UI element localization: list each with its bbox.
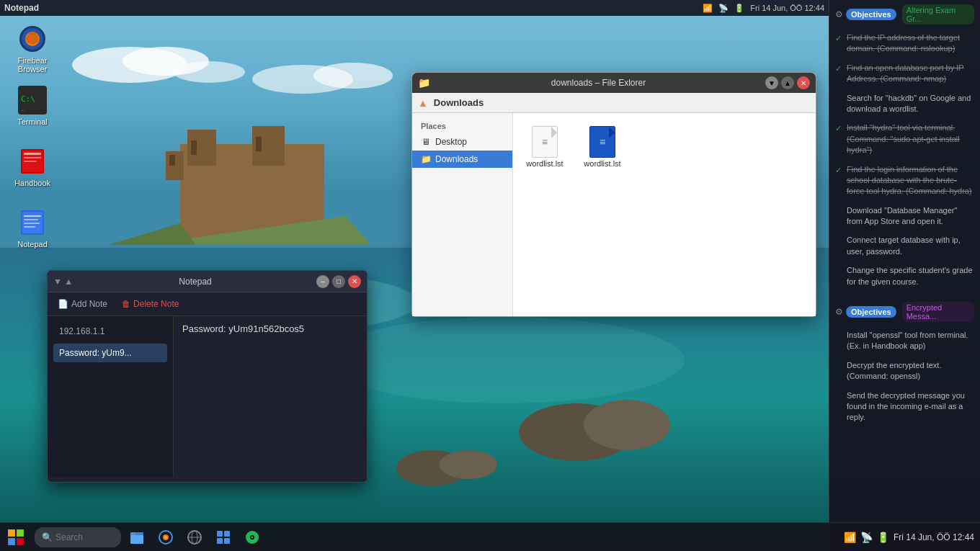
obj-section1-badge: Objectives	[846, 9, 896, 20]
note-item-1[interactable]: 192.168.1.1	[53, 322, 167, 341]
fe-minimize-button[interactable]: ▼	[765, 76, 778, 89]
terminal-label: Terminal	[17, 117, 48, 126]
fe-main: wordlist.lst wordlist.lst	[513, 113, 816, 316]
obj-item-3: Search for "hackdb" on Google and downlo…	[829, 89, 980, 120]
notepad-close-button[interactable]: ✕	[348, 275, 361, 288]
obj-item-11: Send the decrypted message you found in …	[829, 387, 980, 428]
svg-point-60	[251, 536, 254, 538]
file-explorer-title: downloads – File Exlorer	[435, 78, 762, 88]
notepad-main[interactable]: Password: yUm91n562bcos5	[174, 316, 367, 477]
check-icon-1: ✓	[835, 33, 842, 44]
notepad-maximize-button[interactable]: □	[332, 275, 345, 288]
battery-icon: 🔋	[734, 4, 744, 13]
wordlist2-name: wordlist.lst	[584, 159, 620, 168]
obj-item-2: ✓ Find an open database port by IP Addre…	[829, 59, 980, 89]
taskbar-files-icon[interactable]	[124, 524, 150, 550]
svg-rect-47	[136, 532, 143, 535]
obj-section1-header: ⚙ Objectives Altering Exam Gr...	[829, 0, 980, 29]
svg-rect-39	[24, 223, 40, 224]
notepad-window: ▼ ▲ Notepad – □ ✕ 📄 Add Note 🗑 Delete No…	[47, 270, 368, 483]
objectives-section-altering: ⚙ Objectives Altering Exam Gr... ✓ Find …	[829, 0, 980, 292]
search-input[interactable]	[55, 532, 120, 542]
svg-rect-44	[17, 538, 24, 545]
downloads-folder-icon: 📁	[421, 154, 431, 164]
obj-item-1: ✓ Find the IP address of the target doma…	[829, 29, 980, 59]
svg-rect-32	[24, 153, 41, 155]
file-explorer-window: 📁 downloads – File Exlorer ▼ ▲ ✕ ▲ Downl…	[411, 72, 816, 317]
check-icon-5: ✓	[835, 165, 842, 176]
taskbar-network-icon: 📶	[844, 532, 856, 543]
obj-item-10: Decrypt the encrypted text. (Command: op…	[829, 357, 980, 387]
obj-item-4: ✓ Install "hydra" tool via terminal. (Co…	[829, 119, 980, 160]
notepad-app-label: Notepad	[17, 240, 48, 248]
wordlist1-icon	[530, 125, 559, 159]
svg-point-3	[173, 61, 245, 83]
taskbar-globe-icon[interactable]	[182, 524, 208, 550]
objectives-panel: ⚙ Objectives Altering Exam Gr... ✓ Find …	[829, 0, 980, 551]
svg-point-5	[313, 63, 393, 89]
topbar-right: 📶 📡 🔋 Fri 14 Jun, ÖÖ 12:44	[703, 4, 824, 13]
obj-section2-settings-icon: ⚙	[835, 307, 843, 317]
svg-rect-55	[224, 531, 230, 537]
desktop-icon-notepad[interactable]: Notepad	[7, 205, 58, 251]
notepad-icon	[18, 208, 47, 237]
obj-section2-badge: Objectives	[846, 306, 896, 318]
wordlist1-name: wordlist.lst	[526, 159, 563, 168]
svg-rect-10	[191, 140, 197, 155]
taskbar-search[interactable]: 🔍	[35, 527, 121, 547]
desktop-icon-firebear[interactable]: Firebear Browser	[7, 22, 58, 76]
notepad-titlebar: ▼ ▲ Notepad – □ ✕	[48, 271, 367, 292]
obj-item-9: Install "openssl" tool from terminal. (E…	[829, 326, 980, 357]
notepad-sidebar: 192.168.1.1 Password: yUm9...	[48, 316, 174, 477]
file-explorer-nav: ▲ Downloads	[412, 93, 816, 113]
fe-place-downloads[interactable]: 📁 Downloads	[412, 151, 512, 168]
fe-places-label: Places	[412, 119, 512, 133]
taskbar-browser-icon[interactable]	[153, 524, 179, 550]
fe-sidebar: Places 🖥 Desktop 📁 Downloads	[412, 113, 513, 316]
datetime: Fri 14 Jun, ÖÖ 12:44	[750, 4, 824, 12]
obj-section2-header: ⚙ Objectives Encrypted Messa...	[829, 297, 980, 326]
svg-rect-12	[169, 155, 175, 166]
svg-rect-40	[24, 226, 35, 228]
handbook-label: Handbook	[14, 179, 50, 187]
svg-rect-33	[24, 157, 41, 158]
fe-place-desktop[interactable]: 🖥 Desktop	[412, 133, 512, 151]
desktop-icon-terminal[interactable]: C:\ _ Terminal	[7, 83, 58, 129]
svg-point-50	[164, 536, 167, 539]
wifi-icon: 📡	[718, 4, 729, 13]
file-item-wordlist1[interactable]: wordlist.lst	[522, 122, 568, 171]
terminal-icon: C:\ _	[18, 86, 47, 115]
file-explorer-body: Places 🖥 Desktop 📁 Downloads wordlist.ls…	[412, 113, 816, 316]
topbar: Notepad 📶 📡 🔋 Fri 14 Jun, ÖÖ 12:44	[0, 0, 829, 16]
obj-section1-subtitle-badge: Altering Exam Gr...	[902, 4, 974, 24]
fe-nav-arrow[interactable]: ▲	[418, 97, 428, 109]
file-item-wordlist2[interactable]: wordlist.lst	[579, 122, 625, 171]
obj-item-7: Connect target database with ip, user, p…	[829, 231, 980, 261]
add-note-button[interactable]: 📄 Add Note	[53, 297, 112, 311]
notepad-minimize-button[interactable]: –	[316, 275, 329, 288]
taskbar: 🔍	[0, 522, 980, 551]
desktop-folder-icon: 🖥	[421, 137, 431, 147]
search-icon: 🔍	[42, 532, 53, 542]
notepad-toolbar: 📄 Add Note 🗑 Delete Note	[48, 292, 367, 316]
obj-item-5: ✓ Find the login information of the scho…	[829, 161, 980, 202]
note-item-2[interactable]: Password: yUm9...	[53, 344, 167, 362]
svg-rect-38	[24, 219, 38, 220]
taskbar-clock: Fri 14 Jun, ÖÖ 12:44	[894, 532, 974, 542]
notepad-window-title: Notepad	[77, 277, 313, 287]
svg-rect-42	[17, 529, 24, 537]
taskbar-music-icon[interactable]	[239, 524, 265, 550]
fe-close-button[interactable]: ✕	[797, 76, 810, 89]
delete-note-button[interactable]: 🗑 Delete Note	[117, 297, 183, 311]
svg-rect-54	[217, 531, 223, 537]
fe-maximize-button[interactable]: ▲	[781, 76, 794, 89]
svg-text:C:\: C:\	[21, 94, 35, 104]
svg-point-17	[324, 317, 685, 403]
taskbar-windows-icon[interactable]	[210, 524, 236, 550]
taskbar-start-button[interactable]	[1, 523, 30, 552]
svg-rect-11	[256, 137, 262, 151]
desktop-icon-handbook[interactable]: Handbook	[7, 144, 58, 190]
firebear-icon	[18, 24, 47, 53]
svg-rect-34	[24, 161, 37, 162]
delete-note-icon: 🗑	[122, 299, 130, 309]
